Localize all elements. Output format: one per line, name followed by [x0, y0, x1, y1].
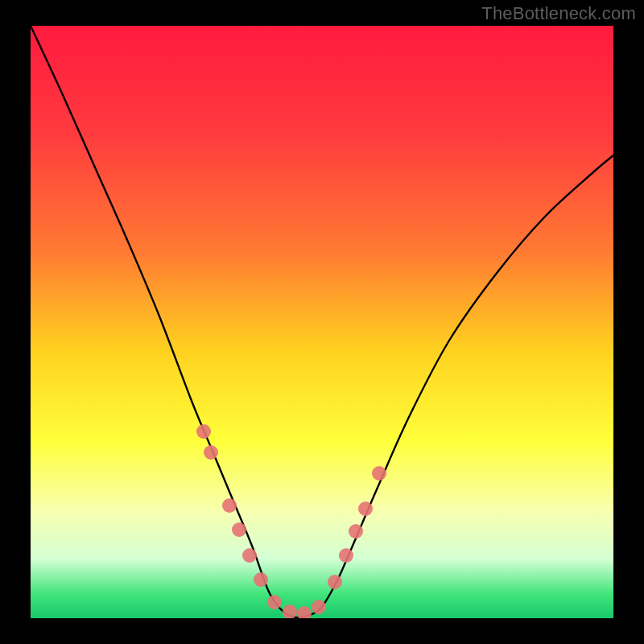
chart-stage: TheBottleneck.com — [0, 0, 644, 644]
data-point — [232, 522, 246, 537]
watermark-text: TheBottleneck.com — [481, 3, 636, 24]
data-point — [283, 605, 297, 618]
points-layer — [31, 26, 613, 618]
data-point — [204, 445, 218, 460]
data-point — [297, 606, 312, 618]
data-point — [254, 572, 268, 587]
data-point — [358, 502, 373, 516]
data-point — [242, 548, 257, 563]
data-point — [196, 424, 211, 439]
plot-area — [31, 26, 613, 618]
data-point — [349, 524, 363, 539]
data-point — [312, 600, 326, 614]
data-point — [339, 548, 353, 563]
data-point — [372, 466, 386, 481]
data-point — [328, 575, 342, 589]
data-point — [267, 595, 282, 609]
data-point — [222, 498, 237, 513]
